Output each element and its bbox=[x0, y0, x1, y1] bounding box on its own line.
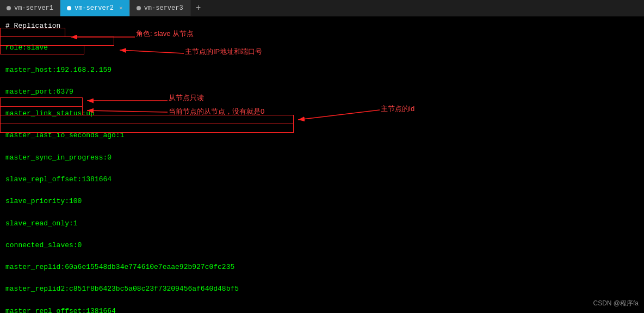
terminal-line: master_sync_in_progress:0 bbox=[5, 152, 639, 163]
terminal-line: master_port:6379 bbox=[5, 87, 639, 97]
tab-label-2: vm-server2 bbox=[75, 4, 114, 12]
terminal-line: slave_priority:100 bbox=[5, 196, 639, 207]
tab-add-button[interactable]: + bbox=[190, 0, 207, 16]
terminal-line: master_host:192.168.2.159 bbox=[5, 65, 639, 76]
tab-label-3: vm-server3 bbox=[144, 4, 183, 12]
watermark: CSDN @程序fa bbox=[593, 298, 639, 309]
terminal-line: role:slave bbox=[5, 42, 639, 53]
tab-dot-1 bbox=[7, 6, 11, 10]
tab-label-1: vm-server1 bbox=[14, 4, 53, 12]
terminal-line: master_replid:60a6e15548db34e774610e7eaa… bbox=[5, 262, 639, 273]
terminal-line: master_last_io_seconds_ago:1 bbox=[5, 130, 639, 141]
terminal-line: connected_slaves:0 bbox=[5, 240, 639, 251]
tab-vm-server3[interactable]: vm-server3 bbox=[130, 0, 190, 16]
terminal-area: # Replicationrole:slavemaster_host:192.1… bbox=[0, 16, 644, 313]
terminal-line: master_replid2:c851f8b6423bc5a08c23f7320… bbox=[5, 284, 639, 294]
tab-bar: vm-server1 vm-server2 ✕ vm-server3 + bbox=[0, 0, 644, 16]
terminal-lines: # Replicationrole:slavemaster_host:192.1… bbox=[5, 21, 639, 313]
tab-close-2[interactable]: ✕ bbox=[119, 4, 123, 11]
tab-vm-server2[interactable]: vm-server2 ✕ bbox=[60, 0, 130, 16]
terminal-line: master_repl_offset:1381664 bbox=[5, 306, 639, 313]
tab-dot-3 bbox=[137, 6, 141, 10]
tab-dot-2 bbox=[67, 6, 71, 10]
terminal-line: master_link_status:up bbox=[5, 108, 639, 119]
terminal-line: slave_repl_offset:1381664 bbox=[5, 174, 639, 185]
terminal-line: # Replication bbox=[5, 21, 639, 32]
tab-vm-server1[interactable]: vm-server1 bbox=[0, 0, 60, 16]
terminal-line: slave_read_only:1 bbox=[5, 218, 639, 229]
